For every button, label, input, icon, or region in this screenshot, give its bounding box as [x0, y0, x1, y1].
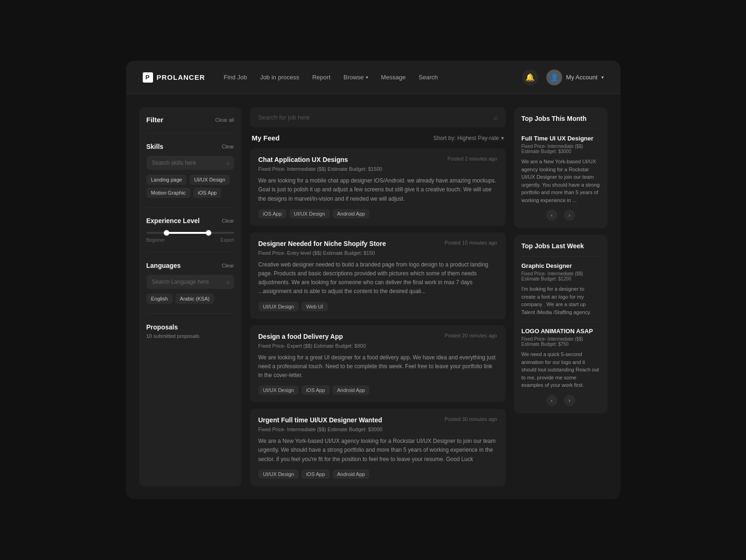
skill-tag-motion[interactable]: Motion Graphic	[146, 188, 191, 198]
feed-search-input[interactable]	[250, 107, 506, 127]
job-2-desc: Creative web designer needed to build a …	[258, 260, 497, 296]
job-4-posted: Posted 30 minutes ago	[445, 416, 497, 422]
job-3-tag-1[interactable]: iOS App	[301, 385, 329, 395]
top-week-next-button[interactable]: ›	[564, 395, 575, 406]
right-column: Top Jobs This Month Full Time UI UX Desi…	[514, 107, 607, 486]
filter-clear-all[interactable]: Clear all	[215, 117, 234, 123]
job-1-meta: Fixed Price- Intermediate ($$) Estimate …	[258, 166, 497, 172]
top-jobs-week-job-1: LOGO ANIMATION ASAP Fixed Price- Interme…	[522, 328, 600, 389]
job-3-tag-0[interactable]: UI/UX Design	[258, 385, 299, 395]
slider-max-label: Expert	[221, 238, 234, 243]
job-4-tag-0[interactable]: UI/UX Design	[258, 469, 299, 479]
job-3-tags: UI/UX Design iOS App Android App	[258, 385, 497, 395]
lang-tag-arabic[interactable]: Arabic (KSA)	[175, 294, 215, 304]
top-jobs-week-title: Top Jobs Last Week	[522, 242, 600, 250]
job-card-4: Urgent Full time UI/UX Designer Wanted P…	[250, 409, 506, 486]
logo[interactable]: P PROLANCER	[143, 72, 205, 83]
skill-tag-uiux[interactable]: UI/UX Design	[189, 175, 230, 185]
job-4-title[interactable]: Urgent Full time UI/UX Designer Wanted	[258, 416, 383, 424]
notification-bell-button[interactable]: 🔔	[522, 70, 538, 85]
top-month-prev-button[interactable]: ‹	[546, 210, 558, 221]
feed-sort-button[interactable]: Short by: Highest Pay-rate ▾	[433, 135, 504, 141]
top-week-job-1-title[interactable]: LOGO ANIMATION ASAP	[522, 328, 600, 335]
top-month-next-button[interactable]: ›	[564, 210, 575, 221]
job-1-tag-1[interactable]: UI/UX Design	[289, 209, 330, 218]
skill-tag-landing-page[interactable]: Landing page	[146, 175, 187, 185]
job-2-tag-1[interactable]: Web UI	[301, 302, 328, 311]
proposals-count: 10 submitted proposals	[146, 333, 234, 339]
job-2-title[interactable]: Designer Needed for Niche Shopify Store	[258, 240, 386, 247]
nav-report[interactable]: Report	[312, 72, 330, 83]
browse-chevron-icon: ▾	[366, 75, 368, 80]
skills-clear[interactable]: Clear	[222, 144, 234, 149]
job-4-tag-2[interactable]: Android App	[333, 469, 370, 479]
top-jobs-month-job-0: Full Time UI UX Designer Fixed Price- In…	[522, 135, 600, 204]
nav-job-in-process[interactable]: Job in process	[260, 72, 299, 83]
language-search-icon: ⌕	[226, 279, 230, 285]
experience-title: Experience Level	[146, 217, 200, 224]
top-week-job-1-meta: Fixed Price- Intermediate ($$) Estimate …	[522, 336, 600, 347]
filter-title: Filter	[146, 116, 164, 124]
top-jobs-month-title: Top Jobs This Month	[522, 115, 600, 122]
job-card-2-top: Designer Needed for Niche Shopify Store …	[258, 240, 497, 247]
skill-tag-ios[interactable]: iOS App	[193, 188, 221, 198]
top-week-prev-button[interactable]: ‹	[546, 395, 558, 406]
nav-browse[interactable]: Browse ▾	[343, 72, 368, 83]
language-search-input[interactable]	[146, 275, 234, 289]
job-1-title[interactable]: Chat Application UX Designs	[258, 156, 348, 163]
job-1-tag-2[interactable]: Android App	[333, 209, 370, 218]
job-card-2: Designer Needed for Niche Shopify Store …	[250, 232, 506, 319]
top-jobs-week-card: Top Jobs Last Week Graphic Designer Fixe…	[514, 235, 607, 413]
slider-fill	[164, 232, 208, 234]
slider-min-label: Beginner	[146, 238, 165, 243]
language-tags: English Arabic (KSA)	[146, 294, 234, 304]
account-label: My Account	[566, 74, 597, 81]
slider-thumb-right[interactable]	[206, 230, 211, 236]
top-jobs-week-job-0: Graphic Designer Fixed Price- Intermedia…	[522, 262, 600, 316]
job-card-1-top: Chat Application UX Designs Posted 2 min…	[258, 156, 497, 163]
nav-browse-label: Browse	[343, 74, 363, 81]
slider-track[interactable]	[146, 232, 234, 234]
languages-section: Languages Clear ⌕ English Arabic (KSA)	[146, 262, 234, 304]
sort-chevron-icon: ▾	[501, 135, 504, 141]
sort-label-text: Short by: Highest Pay-rate	[433, 135, 499, 141]
skills-search-input[interactable]	[146, 156, 234, 170]
top-month-pagination: ‹ ›	[522, 210, 600, 221]
job-4-tag-1[interactable]: iOS App	[301, 469, 329, 479]
job-card-4-top: Urgent Full time UI/UX Designer Wanted P…	[258, 416, 497, 424]
account-menu-button[interactable]: 👤 My Account ▾	[546, 70, 603, 85]
language-search-wrap: ⌕	[146, 275, 234, 289]
job-1-tag-0[interactable]: iOS App	[258, 209, 286, 218]
nav-find-job[interactable]: Find Job	[224, 72, 247, 83]
feed-header: My Feed Short by: Highest Pay-rate ▾	[250, 134, 506, 142]
job-card-3-top: Design a food Delivery App Posted 20 min…	[258, 333, 497, 340]
top-month-job-0-title[interactable]: Full Time UI UX Designer	[522, 135, 600, 142]
job-card-3: Design a food Delivery App Posted 20 min…	[250, 325, 506, 403]
job-3-tag-2[interactable]: Android App	[333, 385, 370, 395]
top-week-job-0-desc: I'm looking for a designer to create a f…	[522, 285, 600, 316]
job-2-meta: Fixed Price- Entry level ($$) Estimate B…	[258, 250, 497, 256]
top-week-job-0-meta: Fixed Price- Intermediate ($$) Estimate …	[522, 271, 600, 281]
skills-title: Skills	[146, 143, 164, 150]
skills-search-icon: ⌕	[226, 160, 230, 166]
languages-clear[interactable]: Clear	[222, 263, 234, 268]
nav-message[interactable]: Message	[381, 72, 406, 83]
lang-tag-english[interactable]: English	[146, 294, 173, 304]
job-2-posted: Posted 15 minutes ago	[445, 240, 497, 245]
experience-slider: Beginner Expert	[146, 230, 234, 243]
experience-header: Experience Level Clear	[146, 217, 234, 224]
job-4-meta: Fixed Price- Intermediate ($$) Estimate …	[258, 427, 497, 432]
filter-header: Filter Clear all	[146, 116, 234, 124]
job-2-tag-0[interactable]: UI/UX Design	[258, 302, 299, 311]
nav-search[interactable]: Search	[418, 72, 438, 83]
sidebar: Filter Clear all Skills Clear ⌕ Landing …	[139, 107, 242, 486]
feed-title: My Feed	[252, 134, 280, 142]
logo-icon: P	[143, 72, 153, 83]
top-week-job-0-title[interactable]: Graphic Designer	[522, 262, 600, 269]
proposals-section: Proposals 10 submitted proposals	[146, 323, 234, 339]
slider-thumb-left[interactable]	[164, 230, 169, 236]
job-4-tags: UI/UX Design iOS App Android App	[258, 469, 497, 479]
experience-clear[interactable]: Clear	[222, 218, 234, 224]
job-3-title[interactable]: Design a food Delivery App	[258, 333, 343, 340]
job-3-posted: Posted 20 minutes ago	[445, 333, 497, 338]
